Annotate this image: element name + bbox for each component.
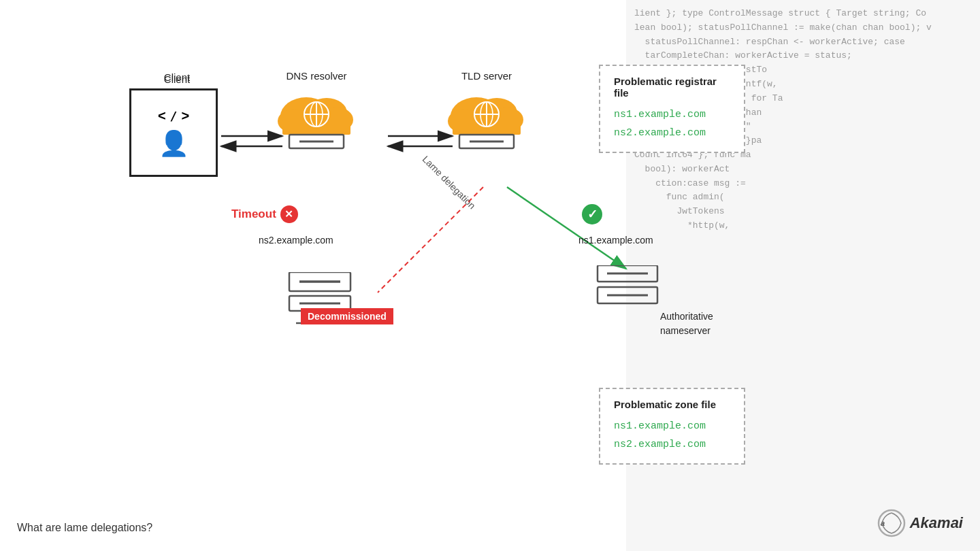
tld-cloud-svg bbox=[439, 86, 534, 150]
zone-ns2: ns2.example.com bbox=[614, 435, 730, 454]
bracket-right: > bbox=[181, 108, 189, 124]
akamai-logo: a Akamai bbox=[877, 509, 963, 537]
lame-delegation-label: Lame delegation bbox=[421, 154, 478, 212]
auth-nameserver-label: Authoritative nameserver bbox=[660, 310, 713, 338]
registrar-file-box: Problematic registrar file ns1.example.c… bbox=[599, 65, 745, 153]
check-icon: ✓ bbox=[582, 204, 602, 224]
registrar-ns1: ns1.example.com bbox=[614, 105, 730, 124]
client-icon-top: < / > bbox=[158, 108, 189, 124]
bracket-left: < bbox=[158, 108, 166, 124]
tld-label: TLD server bbox=[439, 70, 534, 82]
person-icon: 👤 bbox=[159, 129, 189, 158]
auth-server-svg bbox=[592, 265, 667, 313]
svg-text:a: a bbox=[881, 519, 885, 527]
x-icon: ✕ bbox=[280, 205, 298, 223]
client-box: < / > 👤 bbox=[129, 88, 218, 177]
ns2-server-label: ns2.example.com bbox=[259, 235, 333, 246]
bottom-title: What are lame delegations? bbox=[17, 522, 152, 534]
auth-server-node bbox=[592, 265, 667, 316]
zone-ns1: ns1.example.com bbox=[614, 417, 730, 435]
code-sym: / bbox=[170, 109, 178, 123]
akamai-text: Akamai bbox=[910, 514, 963, 532]
svg-line-8 bbox=[507, 187, 626, 269]
dns-label: DNS resolver bbox=[269, 70, 364, 82]
decommissioned-label: Decommissioned bbox=[301, 308, 393, 324]
zone-file-box: Problematic zone file ns1.example.com ns… bbox=[599, 388, 745, 465]
ns1-server-label: ns1.example.com bbox=[578, 235, 653, 246]
registrar-ns2: ns2.example.com bbox=[614, 124, 730, 142]
timeout-text: Timeout bbox=[231, 207, 276, 221]
client-title: Client bbox=[133, 73, 221, 85]
registrar-title: Problematic registrar file bbox=[614, 76, 730, 99]
dns-cloud-svg bbox=[269, 86, 364, 150]
timeout-badge: Timeout ✕ bbox=[231, 205, 298, 223]
dns-resolver-node: DNS resolver bbox=[269, 70, 364, 150]
zone-title: Problematic zone file bbox=[614, 399, 730, 410]
tld-server-node: TLD server bbox=[439, 70, 534, 150]
akamai-logo-icon: a bbox=[877, 509, 906, 537]
